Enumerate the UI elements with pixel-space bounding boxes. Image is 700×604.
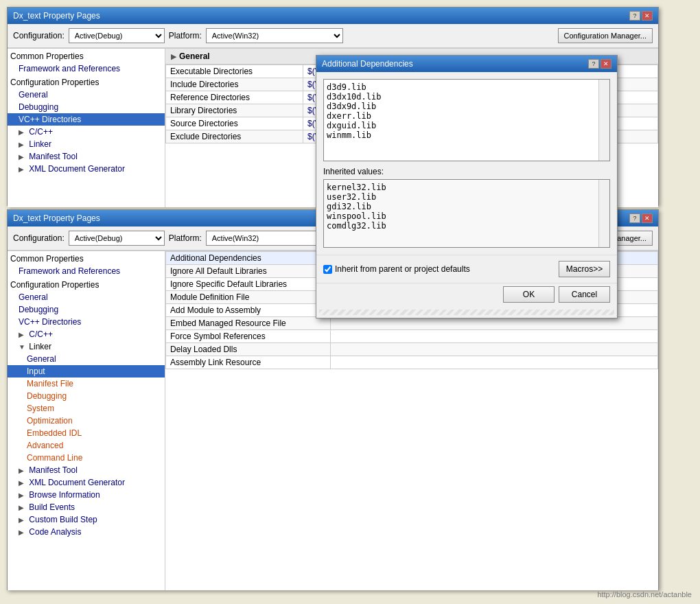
window1-title: Dx_text Property Pages: [13, 11, 100, 21]
tree-debugging2[interactable]: Debugging: [8, 303, 165, 316]
titlebar1: Dx_text Property Pages ? ✕: [8, 8, 658, 24]
tree-cpp1[interactable]: ▶ C/C++: [8, 126, 165, 138]
tree-debugging1[interactable]: Debugging: [8, 101, 165, 113]
inherited-wrapper: kernel32.lib user32.lib gdi32.lib winspo…: [323, 179, 610, 248]
section-general-label1: General: [179, 51, 210, 61]
tree-manifest2[interactable]: ▶ Manifest Tool: [8, 464, 165, 476]
dialog-buttons: Macros>>: [559, 261, 610, 277]
inherited-label: Inherited values:: [323, 167, 610, 176]
inherited-item-1: kernel32.lib: [327, 183, 596, 192]
dialog-help-btn[interactable]: ?: [588, 59, 599, 69]
dialog-titlebar: Additional Dependencies ? ✕: [316, 56, 617, 72]
dialog-close-btn[interactable]: ✕: [600, 59, 611, 69]
tree-framework-refs1[interactable]: Framework and References: [8, 62, 165, 75]
tree-panel2: Common Properties Framework and Referenc…: [8, 251, 165, 590]
dialog-content: d3d9.lib d3dx10d.lib d3dx9d.lib dxerr.li…: [316, 72, 617, 255]
close-btn1[interactable]: ✕: [642, 11, 653, 21]
tree-linker1[interactable]: ▶ Linker: [8, 138, 165, 150]
platform-label1: Platform:: [169, 31, 202, 40]
config-bar1: Configuration: Active(Debug) Platform: A…: [8, 24, 658, 48]
help-btn1[interactable]: ?: [629, 11, 640, 21]
tree-linker-general2[interactable]: General: [8, 353, 165, 365]
additional-deps-dialog: Additional Dependencies ? ✕ d3d9.lib d3d…: [316, 55, 618, 318]
tree-common-props2[interactable]: Common Properties: [8, 253, 165, 265]
tree-code-analysis2[interactable]: ▶ Code Analysis: [8, 526, 165, 538]
table-row[interactable]: Embed Managed Resource File: [166, 317, 658, 330]
tree-framework-refs2[interactable]: Framework and References: [8, 265, 165, 277]
dialog-resize-grip: [319, 310, 614, 315]
tree-linker-opt2[interactable]: Optimization: [8, 415, 165, 427]
cancel-btn[interactable]: Cancel: [559, 286, 610, 303]
close-btn2[interactable]: ✕: [642, 213, 653, 223]
tree-xmldoc2[interactable]: ▶ XML Document Generator: [8, 476, 165, 489]
dialog-title: Additional Dependencies: [322, 59, 413, 69]
platform-select1[interactable]: Active(Win32): [206, 28, 343, 43]
config-label2: Configuration:: [13, 233, 65, 243]
tree-linker-embedded2[interactable]: Embedded IDL: [8, 427, 165, 439]
tree-linker-debugging2[interactable]: Debugging: [8, 390, 165, 402]
textarea-scrollbar[interactable]: [598, 80, 609, 161]
inherited-item-2: user32.lib: [327, 192, 596, 202]
tree-linker-system2[interactable]: System: [8, 402, 165, 415]
tree-config-props1: Configuration Properties: [8, 76, 165, 89]
tree-linker-manifest2[interactable]: Manifest File: [8, 378, 165, 390]
config-mgr-btn1[interactable]: Configuration Manager...: [558, 28, 653, 43]
table-row[interactable]: Force Symbol References: [166, 330, 658, 343]
tree-custom-build2[interactable]: ▶ Custom Build Step: [8, 513, 165, 526]
platform-label2: Platform:: [169, 233, 202, 243]
deps-textarea-wrapper: d3d9.lib d3dx10d.lib d3dx9d.lib dxerr.li…: [323, 79, 610, 161]
table-row[interactable]: Delay Loaded Dlls: [166, 343, 658, 356]
tree-cpp2[interactable]: ▶ C/C++: [8, 328, 165, 340]
tree-build-events2[interactable]: ▶ Build Events: [8, 501, 165, 513]
deps-textarea[interactable]: d3d9.lib d3dx10d.lib d3dx9d.lib dxerr.li…: [324, 80, 598, 161]
help-btn2[interactable]: ?: [629, 213, 640, 223]
config-label1: Configuration:: [13, 31, 65, 40]
config-select2[interactable]: Active(Debug): [69, 231, 165, 246]
tree-linker-input2[interactable]: Input: [8, 365, 165, 378]
inherit-checkbox[interactable]: [323, 265, 332, 274]
tree-general2[interactable]: General: [8, 291, 165, 303]
tree-linker-cmdline2[interactable]: Command Line: [8, 452, 165, 464]
table-row[interactable]: Assembly Link Resource: [166, 356, 658, 369]
window2-title: Dx_text Property Pages: [13, 213, 100, 223]
tree-linker2[interactable]: ▼ Linker: [8, 340, 165, 353]
watermark: http://blog.csdn.net/actanble: [597, 590, 692, 599]
ok-btn[interactable]: OK: [503, 286, 555, 303]
inherit-label: Inherit from parent or project defaults: [335, 264, 470, 274]
tree-vcpp1[interactable]: VC++ Directories: [8, 113, 165, 126]
tree-config-props2: Configuration Properties: [8, 279, 165, 291]
inherited-item-3: gdi32.lib: [327, 202, 596, 211]
tree-general1[interactable]: General: [8, 89, 165, 101]
dialog-ok-cancel: OK Cancel: [316, 283, 617, 310]
tree-manifest1[interactable]: ▶ Manifest Tool: [8, 150, 165, 163]
inherited-values: kernel32.lib user32.lib gdi32.lib winspo…: [324, 180, 598, 247]
tree-panel1: Common Properties Framework and Referenc…: [8, 49, 165, 207]
macros-btn[interactable]: Macros>>: [559, 261, 610, 277]
inherited-item-5: comdlg32.lib: [327, 221, 596, 231]
tree-xmldoc1[interactable]: ▶ XML Document Generator: [8, 163, 165, 175]
tree-common-props1[interactable]: Common Properties: [8, 50, 165, 62]
config-select1[interactable]: Active(Debug): [69, 28, 165, 43]
checkbox-area: Inherit from parent or project defaults: [323, 264, 470, 274]
dialog-controls: ? ✕: [588, 59, 611, 69]
tree-vcpp2[interactable]: VC++ Directories: [8, 316, 165, 328]
window1-controls: ? ✕: [629, 11, 653, 21]
inherited-item-4: winspool.lib: [327, 211, 596, 221]
window2-controls: ? ✕: [629, 213, 653, 223]
dialog-footer: Inherit from parent or project defaults …: [316, 255, 617, 283]
inherited-scrollbar[interactable]: [598, 180, 609, 247]
tree-linker-advanced2[interactable]: Advanced: [8, 439, 165, 452]
tree-browse2[interactable]: ▶ Browse Information: [8, 489, 165, 501]
